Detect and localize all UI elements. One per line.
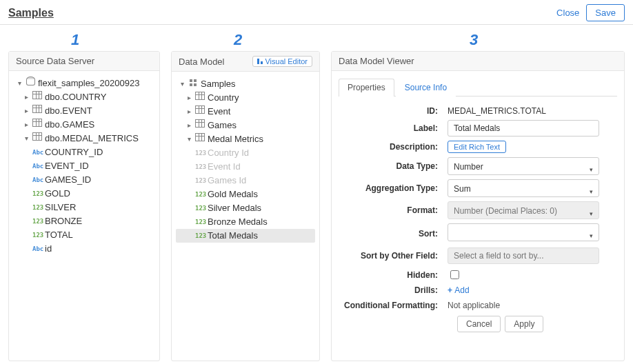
tree-table[interactable]: dbo.MEDAL_METRICS [13, 132, 155, 145]
type-123-icon [32, 201, 42, 214]
model-icon [188, 77, 198, 91]
panel2-title: Data Model [179, 57, 224, 67]
column-label: GAMES_ID [45, 173, 91, 187]
close-button[interactable]: Close [556, 8, 579, 18]
page-title: Samples [8, 7, 54, 19]
model-root[interactable]: Samples [176, 77, 315, 91]
panel2-header: Data Model Visual Editor [172, 52, 319, 72]
bar-chart-icon [257, 57, 263, 65]
entity-label: Medal Metrics [208, 132, 263, 146]
model-entity[interactable]: Medal Metrics [176, 132, 315, 146]
type-123-icon [195, 146, 205, 160]
caret-down-icon[interactable] [16, 80, 23, 87]
caret-down-icon[interactable] [185, 136, 192, 143]
model-column[interactable]: Event Id [176, 160, 315, 174]
label-condfmt: Conditional Formatting: [344, 301, 448, 310]
column-label: Silver Medals [208, 201, 261, 215]
source-data-server-panel: 1 Source Data Server flexit_samples_2020… [8, 51, 160, 361]
caret-right-icon[interactable] [23, 121, 30, 128]
tree-column[interactable]: BRONZE [13, 214, 155, 228]
hidden-checkbox[interactable] [450, 270, 459, 279]
column-label: COUNTRY_ID [45, 145, 103, 159]
tree-table[interactable]: dbo.GAMES [13, 118, 155, 132]
column-label: Gold Medals [208, 188, 258, 201]
tree-table[interactable]: dbo.EVENT [13, 104, 155, 118]
model-column[interactable]: Gold Medals [176, 188, 315, 201]
model-entity[interactable]: Country [176, 91, 315, 105]
chevron-down-icon: ▾ [590, 208, 593, 220]
caret-right-icon[interactable] [23, 108, 30, 114]
panel1-badge: 1 [71, 31, 79, 49]
model-entity[interactable]: Event [176, 105, 315, 119]
tree-column[interactable]: EVENT_ID [13, 159, 155, 173]
panel2-badge: 2 [234, 31, 242, 49]
cancel-button[interactable]: Cancel [457, 316, 501, 332]
sort-select[interactable]: ▾ [448, 223, 599, 241]
type-123-icon [32, 228, 42, 242]
page-header: Samples Close Save [0, 0, 633, 25]
header-actions: Close Save [556, 4, 625, 21]
tree-column[interactable]: GOLD [13, 187, 155, 201]
entity-label: Country [208, 91, 239, 105]
column-label: BRONZE [45, 214, 82, 228]
tree-table-label: dbo.GAMES [45, 118, 94, 132]
caret-right-icon[interactable] [185, 122, 192, 129]
caret-right-icon[interactable] [23, 94, 30, 101]
caret-down-icon[interactable] [179, 81, 185, 88]
type-123-icon [195, 215, 205, 229]
caret-right-icon[interactable] [185, 108, 192, 115]
label-datatype: Data Type: [344, 161, 448, 171]
table-icon [32, 104, 42, 118]
column-label: Event Id [208, 160, 241, 174]
edit-rich-text-button[interactable]: Edit Rich Text [448, 141, 506, 153]
table-icon [195, 132, 205, 146]
visual-editor-button[interactable]: Visual Editor [252, 56, 312, 67]
visual-editor-label: Visual Editor [265, 57, 308, 65]
panel3-badge: 3 [470, 31, 478, 49]
tree-column[interactable]: COUNTRY_ID [13, 145, 155, 159]
column-label: id [45, 242, 52, 256]
tree-table[interactable]: dbo.COUNTRY [13, 90, 155, 104]
add-drill-button[interactable]: Add [448, 285, 470, 295]
label-format: Format: [344, 205, 448, 215]
caret-down-icon[interactable] [23, 135, 30, 142]
tab-properties[interactable]: Properties [339, 79, 394, 97]
data-model-panel: 2 Data Model Visual Editor Samples Count… [171, 51, 320, 361]
model-column[interactable]: Bronze Medals [176, 215, 315, 229]
chevron-down-icon: ▾ [590, 185, 593, 198]
tree-column[interactable]: SILVER [13, 201, 155, 214]
format-select[interactable]: Number (Decimal Places: 0)▾ [448, 201, 599, 219]
model-column[interactable]: Country Id [176, 146, 315, 160]
column-label: SILVER [45, 201, 76, 214]
table-icon [195, 105, 205, 119]
tree-column[interactable]: id [13, 242, 155, 256]
label-hidden: Hidden: [344, 270, 448, 280]
aggregation-select[interactable]: Sum▾ [448, 179, 599, 197]
caret-right-icon[interactable] [185, 94, 192, 101]
model-column-selected[interactable]: Total Medals [176, 229, 315, 243]
model-entity[interactable]: Games [176, 119, 315, 132]
model-column[interactable]: Silver Medals [176, 201, 315, 215]
column-label: EVENT_ID [45, 159, 89, 173]
main-canvas: 1 Source Data Server flexit_samples_2020… [0, 46, 633, 364]
model-column[interactable]: Games Id [176, 174, 315, 188]
tree-column[interactable]: TOTAL [13, 228, 155, 242]
save-button[interactable]: Save [586, 4, 625, 21]
apply-button[interactable]: Apply [505, 316, 543, 332]
entity-label: Event [208, 105, 230, 119]
tab-source-info[interactable]: Source Info [396, 79, 456, 97]
sortby-input[interactable] [448, 247, 599, 264]
tree-root[interactable]: flexit_samples_20200923 [13, 77, 155, 90]
tree-table-label: dbo.COUNTRY [45, 90, 106, 104]
datatype-select[interactable]: Number▾ [448, 157, 599, 175]
viewer-tabs: Properties Source Info [332, 71, 624, 96]
column-label: GOLD [45, 187, 70, 201]
tree-table-label: dbo.EVENT [45, 104, 92, 118]
tree-column[interactable]: GAMES_ID [13, 173, 155, 187]
condfmt-value: Not applicable [448, 299, 612, 312]
label-input[interactable] [448, 120, 599, 136]
label-description: Description: [344, 142, 448, 152]
label-label: Label: [344, 123, 448, 133]
column-label: Total Medals [208, 229, 258, 243]
label-aggtype: Aggregation Type: [344, 183, 448, 193]
